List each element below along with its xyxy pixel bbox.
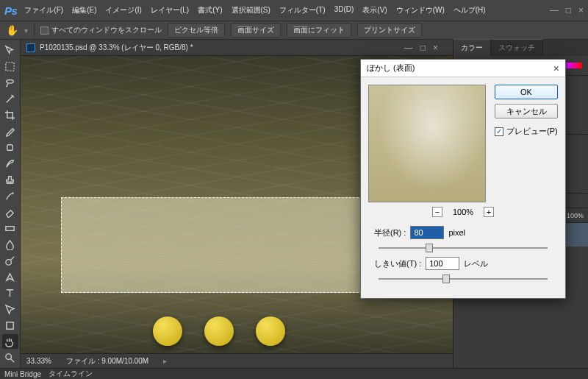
zoom-tool-icon[interactable] bbox=[2, 350, 18, 365]
tab-color[interactable]: カラー bbox=[453, 39, 491, 56]
file-info-label: ファイル : bbox=[66, 357, 100, 365]
zoom-value: 100% bbox=[453, 208, 473, 216]
tab-timeline[interactable]: タイムライン bbox=[49, 369, 93, 379]
preview-label: プレビュー(P) bbox=[506, 126, 558, 137]
tab-swatches[interactable]: スウォッチ bbox=[491, 39, 543, 56]
preview-checkbox[interactable]: ✓プレビュー(P) bbox=[495, 126, 558, 137]
surface-blur-dialog: ぼかし (表面) × − 100% + 半径(R) : pixel しきい値(T… bbox=[360, 59, 566, 299]
svg-point-3 bbox=[6, 259, 12, 265]
lasso-tool-icon[interactable] bbox=[2, 75, 18, 90]
eyedropper-tool-icon[interactable] bbox=[2, 124, 18, 138]
menu-image[interactable]: イメージ(I) bbox=[105, 5, 141, 15]
tab-minibridge[interactable]: Mini Bridge bbox=[4, 370, 41, 378]
zoom-in-button[interactable]: + bbox=[484, 207, 494, 217]
doc-close-icon[interactable]: × bbox=[433, 43, 438, 53]
gradient-tool-icon[interactable] bbox=[2, 221, 18, 235]
marquee-tool-icon[interactable] bbox=[2, 59, 18, 74]
app-logo: Ps bbox=[4, 4, 17, 17]
fit-screen-button[interactable]: 画面サイズ bbox=[231, 23, 281, 38]
app-minimize-icon[interactable]: — bbox=[550, 5, 559, 15]
menu-select[interactable]: 選択範囲(S) bbox=[232, 5, 270, 15]
menu-window[interactable]: ウィンドウ(W) bbox=[396, 5, 445, 15]
dialog-preview[interactable] bbox=[368, 85, 486, 202]
app-close-icon[interactable]: × bbox=[578, 5, 584, 15]
shape-tool-icon[interactable] bbox=[2, 318, 18, 333]
hand-tool-icon[interactable]: ✋ bbox=[6, 24, 18, 36]
healing-tool-icon[interactable] bbox=[2, 140, 18, 155]
zoom-out-button[interactable]: − bbox=[432, 207, 442, 217]
eraser-tool-icon[interactable] bbox=[2, 205, 18, 219]
app-maximize-icon[interactable]: □ bbox=[566, 5, 571, 15]
threshold-slider[interactable] bbox=[379, 274, 548, 283]
threshold-input[interactable] bbox=[426, 257, 459, 270]
document-title: P1020135.psd @ 33.3% (レイヤー 0, RGB/8) * bbox=[40, 43, 193, 53]
print-size-button[interactable]: プリントサイズ bbox=[357, 23, 422, 38]
blur-tool-icon[interactable] bbox=[2, 237, 18, 252]
type-tool-icon[interactable] bbox=[2, 286, 18, 300]
dialog-close-icon[interactable]: × bbox=[553, 63, 559, 74]
dodge-tool-icon[interactable] bbox=[2, 253, 18, 268]
stamp-tool-icon[interactable] bbox=[2, 172, 18, 187]
separator bbox=[34, 24, 35, 37]
menu-bar: ファイル(F) 編集(E) イメージ(I) レイヤー(L) 書式(Y) 選択範囲… bbox=[24, 5, 485, 15]
menu-type[interactable]: 書式(Y) bbox=[198, 5, 222, 15]
path-tool-icon[interactable] bbox=[2, 302, 18, 316]
brush-tool-icon[interactable] bbox=[2, 156, 18, 171]
dialog-title: ぼかし (表面) bbox=[367, 63, 415, 74]
history-brush-tool-icon[interactable] bbox=[2, 188, 18, 203]
svg-rect-2 bbox=[6, 226, 14, 230]
crop-tool-icon[interactable] bbox=[2, 107, 18, 122]
doc-minimize-icon[interactable]: — bbox=[404, 43, 413, 53]
menu-view[interactable]: 表示(V) bbox=[362, 5, 387, 15]
selection-marquee bbox=[61, 197, 377, 293]
menu-edit[interactable]: 編集(E) bbox=[72, 5, 96, 15]
menu-file[interactable]: ファイル(F) bbox=[24, 5, 63, 15]
svg-rect-4 bbox=[7, 322, 13, 328]
menu-3d[interactable]: 3D(D) bbox=[334, 5, 354, 15]
menu-help[interactable]: ヘルプ(H) bbox=[453, 5, 486, 15]
radius-label: 半径(R) : bbox=[374, 227, 406, 238]
scroll-all-checkbox[interactable]: すべてのウィンドウをスクロール bbox=[40, 25, 162, 35]
svg-rect-1 bbox=[7, 144, 13, 150]
svg-rect-0 bbox=[6, 62, 14, 70]
fit-on-button[interactable]: 画面にフィット bbox=[287, 23, 351, 38]
menu-filter[interactable]: フィルター(T) bbox=[279, 5, 326, 15]
radius-slider[interactable] bbox=[379, 244, 548, 252]
radius-input[interactable] bbox=[410, 226, 444, 239]
scroll-all-label: すべてのウィンドウをスクロール bbox=[51, 26, 162, 34]
fill-value[interactable]: 100% bbox=[567, 212, 584, 219]
threshold-unit: レベル bbox=[464, 258, 488, 269]
pen-tool-icon[interactable] bbox=[2, 269, 18, 284]
threshold-label: しきい値(T) : bbox=[374, 258, 421, 269]
cancel-button[interactable]: キャンセル bbox=[495, 104, 558, 118]
file-size: 9.00M/10.00M bbox=[101, 357, 148, 365]
ps-file-icon bbox=[26, 43, 35, 52]
actual-pixels-button[interactable]: ピクセル等倍 bbox=[168, 23, 225, 38]
doc-maximize-icon[interactable]: □ bbox=[420, 43, 426, 53]
wand-tool-icon[interactable] bbox=[2, 91, 18, 106]
radius-unit: pixel bbox=[448, 228, 465, 237]
ok-button[interactable]: OK bbox=[495, 85, 558, 99]
menu-layer[interactable]: レイヤー(L) bbox=[151, 5, 189, 15]
hand-tool-icon-2[interactable] bbox=[2, 334, 18, 349]
move-tool-icon[interactable] bbox=[2, 43, 18, 57]
toolbox bbox=[0, 40, 21, 368]
zoom-readout[interactable]: 33.33% bbox=[26, 357, 51, 365]
svg-point-5 bbox=[6, 353, 12, 359]
